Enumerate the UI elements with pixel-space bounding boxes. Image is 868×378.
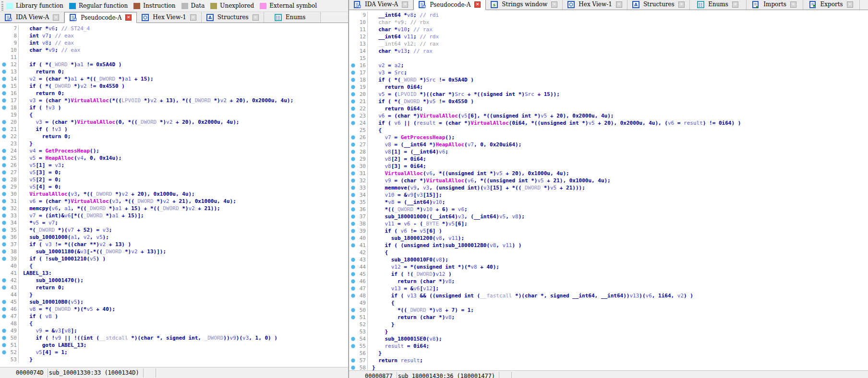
code-line[interactable]: 40 sub_180001200(v8, v11); [349, 235, 868, 242]
code-line[interactable]: 13 __int64 v12; // rax [349, 40, 868, 47]
code-line[interactable]: 35 *(_DWORD *)(v7 + 52) = v3; [0, 226, 348, 234]
code-line[interactable]: 45 if ( !(_DWORD)v12 ) [349, 271, 868, 278]
code-line[interactable]: 27 v8 = (__int64 *)HeapAlloc(v7, 0, 0x20… [349, 141, 868, 148]
code-line[interactable]: 9 __int64 *v8; // rdi [349, 12, 868, 19]
breakpoint-dot-icon[interactable] [0, 228, 8, 232]
code-line[interactable]: 18 if ( !v3 ) [0, 104, 348, 111]
code-line[interactable]: 43 return 0; [0, 284, 348, 291]
breakpoint-dot-icon[interactable] [0, 206, 8, 211]
breakpoint-dot-icon[interactable] [349, 294, 357, 298]
code-line[interactable]: 24 if ( v6 || (result = (char *)VirtualA… [349, 119, 868, 127]
left-tab-structures[interactable]: AStructures✕ [202, 12, 264, 23]
code-line[interactable]: 52 } [349, 321, 868, 328]
breakpoint-dot-icon[interactable] [0, 77, 8, 81]
code-line[interactable]: 48 { [0, 320, 348, 327]
code-line[interactable]: 23 v6 = (char *)VirtualAlloc(v5[6], *((u… [349, 112, 868, 119]
breakpoint-dot-icon[interactable] [349, 214, 357, 219]
code-line[interactable]: 50 if ( !v9 || !((int (__stdcall *)(char… [0, 334, 348, 342]
code-line[interactable]: 26 v7 = GetProcessHeap(); [349, 134, 868, 141]
code-line[interactable]: 56 } [349, 350, 868, 357]
code-line[interactable]: 46 v8 = *(_DWORD *)(*v5 + 40); [0, 306, 348, 313]
right-tab-exports[interactable]: Exports✕ [803, 0, 860, 10]
code-line[interactable]: 53 } [349, 328, 868, 335]
code-line[interactable]: 42 sub_10001470(); [0, 277, 348, 284]
breakpoint-dot-icon[interactable] [349, 229, 357, 233]
breakpoint-dot-icon[interactable] [349, 286, 357, 291]
breakpoint-dot-icon[interactable] [0, 199, 8, 203]
code-line[interactable]: 15 [349, 55, 868, 62]
code-line[interactable]: 49 { [349, 299, 868, 307]
breakpoint-dot-icon[interactable] [349, 272, 357, 276]
code-line[interactable]: 21 if ( !v3 ) [0, 126, 348, 133]
left-tab-hex-view[interactable]: Hex View-1✕ [137, 12, 202, 23]
code-line[interactable]: 7 char *v6; // ST24_4 [0, 25, 348, 32]
code-line[interactable]: 14 v2 = (char *)a1 + *((_DWORD *)a1 + 15… [0, 75, 348, 83]
breakpoint-dot-icon[interactable] [0, 149, 8, 153]
breakpoint-dot-icon[interactable] [349, 85, 357, 89]
breakpoint-dot-icon[interactable] [0, 350, 8, 354]
breakpoint-dot-icon[interactable] [349, 207, 357, 212]
right-code-area[interactable]: 9 __int64 *v8; // rdi10 char *v9; // rbx… [349, 10, 868, 378]
breakpoint-dot-icon[interactable] [349, 164, 357, 168]
breakpoint-dot-icon[interactable] [0, 62, 8, 67]
breakpoint-dot-icon[interactable] [349, 366, 357, 370]
breakpoint-dot-icon[interactable] [0, 163, 8, 167]
code-line[interactable]: 20 v5 = (LPVOID *)((char *)Src + *((sign… [349, 91, 868, 98]
close-tab-icon[interactable]: ✕ [616, 1, 622, 8]
code-line[interactable]: 36 *((_QWORD *)v10 + 6) = v6; [349, 206, 868, 213]
code-line[interactable]: 22 return 0; [0, 133, 348, 140]
code-line[interactable]: 28 v5[2] = 0; [0, 176, 348, 183]
breakpoint-dot-icon[interactable] [349, 150, 357, 154]
breakpoint-dot-icon[interactable] [0, 336, 8, 340]
code-line[interactable]: 30 VirtualAlloc(v3, *((_DWORD *)v2 + 20)… [0, 190, 348, 198]
breakpoint-dot-icon[interactable] [0, 91, 8, 95]
breakpoint-dot-icon[interactable] [349, 142, 357, 147]
code-line[interactable]: 31 v6 = (char *)VirtualAlloc(v3, *((_DWO… [0, 198, 348, 205]
breakpoint-dot-icon[interactable] [349, 265, 357, 269]
breakpoint-dot-icon[interactable] [0, 170, 8, 175]
right-tab-hex-view[interactable]: Hex View-1✕ [563, 0, 627, 10]
code-line[interactable]: 50 *((_DWORD *)v8 + 7) = 1; [349, 307, 868, 314]
code-line[interactable]: 17 v3 = Src; [349, 69, 868, 76]
left-tab-pseudocode[interactable]: Pseudocode-A✕ [64, 12, 137, 23]
close-tab-icon[interactable]: ✕ [678, 1, 685, 8]
code-line[interactable]: 32 v9 = (char *)VirtualAlloc(v6, *((unsi… [349, 177, 868, 184]
breakpoint-dot-icon[interactable] [0, 213, 8, 218]
close-tab-icon[interactable]: ✕ [790, 1, 796, 8]
code-line[interactable]: 10 char *v9; // rbx [349, 19, 868, 26]
breakpoint-dot-icon[interactable] [349, 258, 357, 262]
code-line[interactable]: 41LABEL_13: [0, 270, 348, 277]
code-line[interactable]: 23 } [0, 140, 348, 147]
close-tab-icon[interactable]: ✕ [847, 1, 853, 8]
breakpoint-dot-icon[interactable] [349, 279, 357, 284]
code-line[interactable]: 11 char *v10; // rax [349, 26, 868, 33]
code-line[interactable]: 27 v5[3] = 0; [0, 169, 348, 176]
code-line[interactable]: 29 v8[2] = 0i64; [349, 155, 868, 163]
left-code-area[interactable]: 7 char *v6; // ST24_48 int v7; // eax9 i… [0, 23, 348, 367]
breakpoint-dot-icon[interactable] [0, 249, 8, 254]
code-line[interactable]: 39 if ( v6 != v5[6] ) [349, 227, 868, 235]
toolbar-grip[interactable] [1, 1, 3, 11]
close-tab-icon[interactable]: ✕ [125, 14, 132, 21]
code-line[interactable]: 29 v5[4] = 0; [0, 183, 348, 190]
code-line[interactable]: 43 sub_1800010F0(v8); [349, 256, 868, 263]
code-line[interactable]: 35 *v8 = (__int64)v10; [349, 199, 868, 206]
code-line[interactable]: 54 sub_1800015E0(v8); [349, 335, 868, 343]
code-line[interactable]: 24 v4 = GetProcessHeap(); [0, 147, 348, 154]
breakpoint-dot-icon[interactable] [0, 343, 8, 347]
code-line[interactable]: 13 return 0; [0, 68, 348, 75]
breakpoint-dot-icon[interactable] [349, 135, 357, 140]
code-line[interactable]: 44 v12 = *(unsigned int *)(*v8 + 40); [349, 263, 868, 271]
breakpoint-dot-icon[interactable] [349, 200, 357, 204]
code-line[interactable]: 38 sub_10001180(&v3[-*((_DWORD *)v2 + 13… [0, 248, 348, 255]
code-line[interactable]: 49 v9 = &v3[v8]; [0, 327, 348, 334]
code-line[interactable]: 9 int v8; // eax [0, 39, 348, 47]
right-tab-pseudocode[interactable]: Pseudocode-A✕ [413, 0, 486, 10]
breakpoint-dot-icon[interactable] [0, 84, 8, 88]
code-line[interactable]: 33 memmove(v9, v3, (unsigned int)(v3[15]… [349, 184, 868, 191]
breakpoint-dot-icon[interactable] [349, 114, 357, 118]
code-line[interactable]: 12 __int64 v11; // rdx [349, 33, 868, 40]
code-line[interactable]: 52 v5[4] = 1; [0, 349, 348, 356]
code-line[interactable]: 15 if ( *(_DWORD *)v2 != 0x4550 ) [0, 83, 348, 90]
code-line[interactable]: 57 return result; [349, 357, 868, 364]
